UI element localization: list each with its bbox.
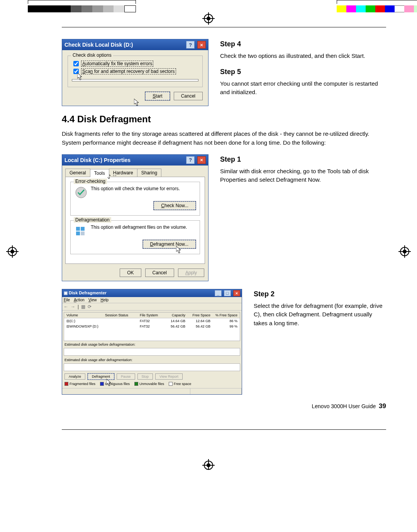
help-button[interactable]: ?: [186, 41, 195, 49]
before-bar: [64, 348, 240, 356]
volume-list[interactable]: Volume Session Status File System Capaci…: [64, 312, 240, 341]
error-check-icon: [75, 186, 88, 199]
svg-rect-1: [76, 227, 80, 231]
step-heading: Step 1: [220, 154, 386, 165]
analyze-button[interactable]: Analyze: [64, 373, 85, 380]
before-label: Estimated disk usage before defragmentat…: [64, 343, 239, 346]
back-icon[interactable]: ←: [64, 304, 68, 309]
step-text: Check the two options as illustrated, an…: [220, 52, 386, 61]
tab-tools[interactable]: Tools: [90, 169, 109, 177]
tab-hardware[interactable]: Hardware: [109, 169, 137, 177]
defrag-icon: [75, 225, 88, 238]
defrag-app-icon: ▣: [64, 290, 68, 295]
disk-defragmenter-window: ▣ Disk Defragmenter _ □ × File Action Vi…: [62, 289, 242, 395]
step-heading: Step 2: [254, 289, 386, 299]
section-heading: 4.4 Disk Defragment: [62, 114, 386, 125]
ok-button[interactable]: OK: [120, 269, 141, 277]
print-colorbar-left: [28, 5, 136, 12]
auto-fix-checkbox[interactable]: [73, 61, 79, 66]
dialog-title: Local Disk (C:) Properties: [64, 157, 131, 163]
dialog-title: Check Disk Local Disk (D:): [64, 42, 133, 48]
step-heading: Step 4: [220, 39, 386, 49]
close-button[interactable]: ×: [197, 41, 206, 49]
legend-item: Free space: [169, 382, 191, 386]
legend-item: Contiguous files: [100, 382, 130, 386]
registration-mark-icon: [204, 14, 213, 23]
print-colorbar-right: [337, 5, 417, 12]
close-button[interactable]: ×: [197, 156, 206, 164]
group-text: This option will defragment files on the…: [91, 225, 187, 230]
view-report-button[interactable]: View Report: [155, 373, 183, 380]
legend-item: Fragmented files: [64, 382, 95, 386]
cancel-button[interactable]: Cancel: [174, 92, 203, 100]
table-row[interactable]: ⊟(C:)FAT3214.64 GB12.64 GB86 %: [64, 318, 240, 324]
table-row[interactable]: ⊟WINDOWSXP (D:)FAT3256.42 GB56.42 GB99 %: [64, 324, 240, 329]
registration-mark-icon: [204, 461, 213, 470]
fieldset-legend: Check disk options: [71, 52, 113, 58]
step-heading: Step 5: [220, 67, 386, 77]
check-disk-dialog: Check Disk Local Disk (D:) ? × Check dis…: [62, 39, 208, 106]
window-title: Disk Defragmenter: [69, 290, 107, 295]
help-button[interactable]: ?: [186, 156, 195, 164]
close-button[interactable]: ×: [233, 290, 240, 296]
refresh-icon[interactable]: ⟳: [88, 304, 92, 309]
svg-rect-2: [81, 227, 85, 231]
stop-button[interactable]: Stop: [137, 373, 153, 380]
step-text: Similar with disk error checking, go to …: [220, 167, 386, 184]
step-text: You cannot start error checking until th…: [220, 79, 386, 97]
menu-file[interactable]: File: [64, 298, 70, 302]
grid-icon[interactable]: ▦: [81, 304, 85, 309]
minimize-button[interactable]: _: [215, 290, 222, 296]
svg-rect-3: [76, 231, 80, 235]
apply-button[interactable]: Apply: [178, 269, 204, 277]
fieldset-legend: Defragmentation: [74, 217, 111, 223]
defragment-button[interactable]: Defragment: [88, 373, 114, 380]
tab-general[interactable]: General: [65, 169, 90, 177]
check-now-button[interactable]: Check Now...: [154, 201, 196, 210]
pause-button[interactable]: Pause: [117, 373, 135, 380]
section-paragraph: Disk fragments refer to the tiny storage…: [62, 129, 386, 147]
after-bar: [64, 363, 240, 371]
scan-recover-checkbox[interactable]: [73, 69, 79, 74]
disk-properties-dialog: Local Disk (C:) Properties ? × General T…: [62, 154, 208, 281]
group-text: This option will check the volume for er…: [91, 186, 180, 191]
cancel-button[interactable]: Cancel: [145, 269, 174, 277]
menu-action[interactable]: Action: [74, 298, 85, 302]
fieldset-legend: Error-checking: [74, 179, 107, 184]
page-footer: Lenovo 3000H User Guide 39: [62, 402, 386, 410]
legend-item: Unmovable files: [134, 382, 164, 386]
menu-view[interactable]: View: [88, 298, 97, 302]
svg-rect-4: [81, 231, 85, 235]
tab-sharing[interactable]: Sharing: [137, 169, 161, 177]
menu-help[interactable]: Help: [100, 298, 108, 302]
start-button[interactable]: Start: [145, 92, 170, 100]
maximize-button[interactable]: □: [224, 290, 231, 296]
after-label: Estimated disk usage after defragmentati…: [64, 358, 239, 362]
forward-icon[interactable]: →: [71, 304, 75, 309]
defragment-now-button[interactable]: Defragment Now...: [143, 240, 196, 248]
step-text: Select the drive for defragment (for exa…: [254, 302, 386, 328]
